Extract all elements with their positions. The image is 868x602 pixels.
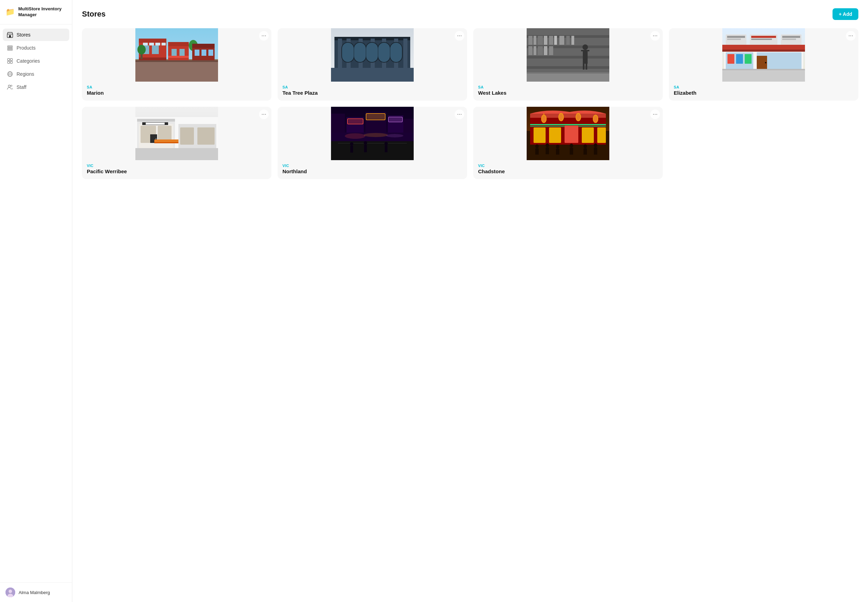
svg-point-109 <box>765 62 767 63</box>
svg-rect-63 <box>390 43 402 62</box>
svg-rect-40 <box>201 49 206 56</box>
store-info-teatreeplaza: SA Tea Tree Plaza <box>278 81 467 101</box>
store-card-marion[interactable]: ⋯ SA Marion <box>82 28 272 101</box>
svg-rect-118 <box>137 119 175 121</box>
svg-rect-79 <box>571 36 574 45</box>
svg-point-146 <box>345 133 366 139</box>
svg-rect-31 <box>180 49 184 56</box>
svg-rect-176 <box>597 127 606 143</box>
svg-rect-88 <box>538 46 543 55</box>
svg-point-148 <box>386 134 403 137</box>
store-menu-button-chadstone[interactable]: ⋯ <box>650 109 660 119</box>
svg-point-151 <box>350 142 353 146</box>
store-info-marion: SA Marion <box>82 81 272 101</box>
svg-rect-87 <box>533 46 536 55</box>
store-img-westlakes: ⋯ <box>473 28 663 81</box>
store-region-westlakes: SA <box>478 85 658 89</box>
svg-rect-27 <box>161 43 166 46</box>
svg-rect-188 <box>594 147 597 155</box>
sidebar-item-stores-label: Stores <box>17 32 30 38</box>
store-menu-button-elizabeth[interactable]: ⋯ <box>846 31 856 41</box>
svg-rect-41 <box>208 49 213 56</box>
sidebar-item-categories[interactable]: Categories <box>3 55 69 67</box>
svg-point-12 <box>8 85 10 87</box>
store-card-chadstone[interactable]: ⋯ VIC Chadstone <box>473 107 663 179</box>
svg-rect-42 <box>135 61 218 81</box>
store-card-pacificwerribee[interactable]: ⋯ VIC Pacific Werribee <box>82 107 272 179</box>
svg-rect-150 <box>338 143 407 144</box>
svg-rect-172 <box>533 127 545 143</box>
sidebar-item-products-label: Products <box>17 45 35 51</box>
svg-rect-91 <box>527 73 609 81</box>
sidebar-item-products[interactable]: Products <box>3 41 69 54</box>
svg-rect-4 <box>8 49 12 50</box>
store-region-northland: VIC <box>283 164 462 168</box>
add-store-button[interactable]: + Add <box>833 8 858 20</box>
store-menu-button-teatreeplaza[interactable]: ⋯ <box>455 31 464 41</box>
svg-point-185 <box>584 144 587 149</box>
svg-rect-28 <box>168 46 189 61</box>
user-name: Alma Malmberg <box>18 590 50 595</box>
svg-point-80 <box>582 45 588 50</box>
svg-rect-104 <box>782 36 800 38</box>
svg-point-33 <box>137 45 146 54</box>
app-logo: 📁 MultiStore InventoryManager <box>0 0 72 25</box>
svg-rect-73 <box>538 36 543 45</box>
svg-rect-6 <box>10 58 12 61</box>
svg-rect-175 <box>582 127 594 143</box>
svg-point-153 <box>364 141 367 144</box>
sidebar-item-categories-label: Categories <box>17 58 40 64</box>
svg-point-165 <box>559 114 563 121</box>
store-name-chadstone: Chadstone <box>478 168 658 174</box>
page-title: Stores <box>82 10 105 18</box>
svg-rect-152 <box>350 146 353 152</box>
store-img-northland: ⋯ <box>278 107 467 160</box>
svg-rect-20 <box>139 38 166 43</box>
svg-rect-92 <box>527 72 609 74</box>
store-name-teatreeplaza: Tea Tree Plaza <box>283 90 462 96</box>
svg-rect-25 <box>149 43 154 46</box>
regions-icon <box>7 71 13 77</box>
store-region-elizabeth: SA <box>674 85 854 89</box>
svg-rect-125 <box>146 123 164 125</box>
svg-point-181 <box>556 144 559 149</box>
svg-rect-180 <box>545 147 549 154</box>
svg-rect-114 <box>722 69 805 70</box>
svg-point-167 <box>576 114 581 121</box>
svg-point-177 <box>535 144 539 149</box>
store-name-pacificwerribee: Pacific Werribee <box>87 168 267 174</box>
store-card-teatreeplaza[interactable]: ⋯ SA Tea Tree Plaza <box>278 28 467 101</box>
svg-rect-71 <box>528 36 533 45</box>
svg-rect-105 <box>782 38 796 40</box>
store-card-northland[interactable]: ⋯ VIC Northland <box>278 107 467 179</box>
svg-rect-81 <box>583 50 588 64</box>
store-icon <box>7 32 13 38</box>
svg-rect-2 <box>8 46 12 47</box>
svg-rect-129 <box>180 127 194 144</box>
svg-rect-103 <box>751 38 772 40</box>
sidebar-item-regions[interactable]: Regions <box>3 68 69 80</box>
svg-rect-173 <box>549 127 561 143</box>
store-card-elizabeth[interactable]: ⋯ SA Elizabeth <box>669 28 858 101</box>
sidebar-footer: Alma Malmberg <box>0 582 72 602</box>
svg-rect-1 <box>9 35 11 38</box>
store-menu-button-pacificwerribee[interactable]: ⋯ <box>259 109 269 119</box>
store-name-northland: Northland <box>283 168 462 174</box>
svg-rect-22 <box>152 46 159 54</box>
svg-rect-3 <box>8 48 12 49</box>
svg-point-183 <box>570 144 573 148</box>
svg-rect-39 <box>195 49 200 56</box>
main-content: Stores + Add <box>72 0 868 602</box>
store-img-pacificwerribee: ⋯ <box>82 107 272 160</box>
sidebar-item-regions-label: Regions <box>17 71 34 77</box>
svg-rect-26 <box>155 43 160 46</box>
sidebar-item-stores[interactable]: Stores <box>3 29 69 41</box>
store-card-westlakes[interactable]: ⋯ SA West Lakes <box>473 28 663 101</box>
sidebar-nav: Stores Products Categorie <box>0 25 72 582</box>
store-menu-button-marion[interactable]: ⋯ <box>259 31 269 41</box>
store-menu-button-northland[interactable]: ⋯ <box>455 109 464 119</box>
svg-rect-36 <box>168 56 189 58</box>
store-menu-button-westlakes[interactable]: ⋯ <box>650 31 660 41</box>
sidebar-item-staff[interactable]: Staff <box>3 81 69 93</box>
svg-point-162 <box>542 115 546 122</box>
